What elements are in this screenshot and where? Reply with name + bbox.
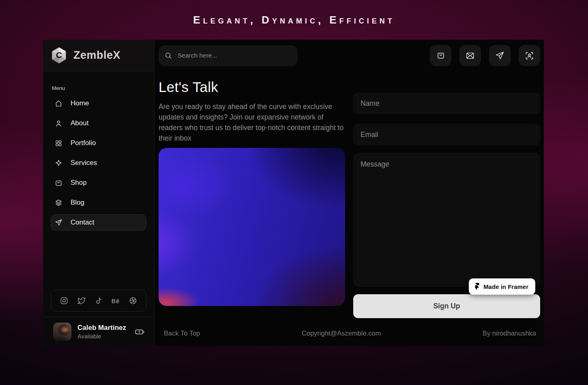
brand-header[interactable]: C ZembleX (43, 40, 154, 71)
sidebar-item-label: Blog (71, 199, 84, 207)
sidebar-nav: Home About Portfolio Services (43, 95, 154, 234)
sidebar-item-label: Services (71, 159, 97, 167)
message-field[interactable] (353, 153, 540, 287)
email-field[interactable] (353, 124, 540, 145)
brand-name: ZembleX (73, 49, 120, 62)
mail-icon (466, 51, 475, 60)
social-links: Bē (51, 290, 146, 312)
send-button[interactable] (489, 45, 511, 66)
framer-logo-icon (474, 283, 480, 290)
sidebar-item-about[interactable]: About (51, 115, 146, 131)
profile-name: Caleb Martinez (77, 324, 126, 332)
profile-text: Caleb Martinez Available (77, 324, 126, 340)
back-to-top-link[interactable]: Back To Top (164, 329, 200, 337)
mail-button[interactable] (459, 45, 481, 66)
home-icon (55, 100, 62, 107)
avatar (53, 323, 71, 341)
sidebar-item-label: Shop (71, 179, 87, 187)
user-profile[interactable]: Caleb Martinez Available (43, 317, 154, 346)
shopping-bag-button[interactable] (430, 45, 451, 66)
shopping-bag-icon (436, 51, 445, 60)
page-tagline: Elegant, Dynamic, Efficient (0, 14, 588, 26)
credit-link[interactable]: By nirodhanushka (483, 329, 536, 337)
search-icon (164, 51, 172, 60)
sidebar-item-label: Portfolio (71, 139, 96, 147)
sparkle-icon (55, 159, 62, 167)
dribbble-icon[interactable] (129, 297, 137, 305)
behance-glyph: Bē (112, 297, 120, 304)
app-window: C ZembleX Menu Home About (43, 40, 544, 346)
sidebar-item-blog[interactable]: Blog (51, 195, 146, 211)
sidebar: C ZembleX Menu Home About (43, 40, 155, 346)
topbar (159, 45, 540, 66)
member-button[interactable] (519, 45, 540, 66)
menu-section-label: Menu (52, 85, 154, 91)
footer: Back To Top Copyright@Aszemble.com By ni… (164, 329, 536, 337)
tiktok-icon[interactable] (94, 297, 103, 305)
search-bar[interactable] (159, 45, 298, 66)
user-scan-icon (525, 51, 534, 60)
behance-icon[interactable]: Bē (112, 297, 120, 304)
sidebar-item-label: Home (71, 99, 89, 107)
paper-plane-icon (495, 51, 504, 60)
sidebar-item-contact[interactable]: Contact (51, 214, 146, 231)
layers-icon (55, 199, 62, 207)
content-area: Let's Talk Are you ready to stay ahead o… (155, 40, 544, 346)
copyright-text: Copyright@Aszemble.com (302, 329, 381, 337)
profile-status: Available (77, 333, 126, 340)
hero-gradient-image (159, 148, 345, 306)
sidebar-item-services[interactable]: Services (51, 155, 146, 171)
user-icon (55, 120, 62, 127)
battery-charging-icon (135, 327, 145, 336)
sidebar-item-portfolio[interactable]: Portfolio (51, 135, 146, 151)
badge-label: Made in Framer (483, 283, 528, 290)
instagram-icon[interactable] (60, 297, 68, 305)
page-title: Let's Talk (159, 79, 345, 95)
grid-icon (55, 139, 62, 147)
sidebar-item-label: About (71, 119, 88, 127)
twitter-icon[interactable] (77, 297, 86, 305)
sidebar-item-home[interactable]: Home (51, 95, 146, 111)
search-input[interactable] (178, 52, 292, 59)
sign-up-button[interactable]: Sign Up (353, 294, 540, 318)
shopping-bag-icon (55, 179, 62, 187)
intro-column: Let's Talk Are you ready to stay ahead o… (159, 79, 345, 318)
sidebar-item-shop[interactable]: Shop (51, 175, 146, 191)
hexagon-c-logo-icon: C (50, 47, 68, 64)
paper-plane-icon (55, 219, 62, 227)
svg-text:C: C (56, 50, 62, 60)
sidebar-item-label: Contact (71, 218, 94, 227)
made-in-framer-badge[interactable]: Made in Framer (469, 278, 535, 295)
page-description: Are you ready to stay ahead of the curve… (159, 101, 345, 143)
name-field[interactable] (353, 92, 540, 114)
